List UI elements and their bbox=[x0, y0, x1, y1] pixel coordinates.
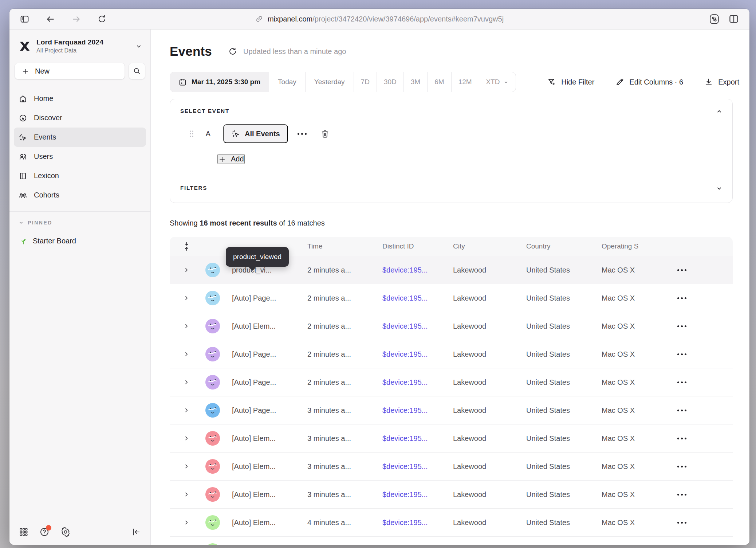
event-time: 4 minutes a... bbox=[298, 518, 373, 527]
row-actions-icon[interactable] bbox=[660, 466, 704, 467]
settings-gear-icon[interactable] bbox=[60, 527, 71, 537]
apps-grid-icon[interactable] bbox=[19, 527, 28, 537]
trash-icon[interactable] bbox=[320, 129, 330, 138]
sidebar-item-home[interactable]: Home bbox=[14, 89, 146, 108]
edit-columns-button[interactable]: Edit Columns · 6 bbox=[615, 78, 683, 86]
chevron-up-icon[interactable] bbox=[716, 108, 723, 115]
table-row[interactable]: [Auto] Page... 2 minutes a... $device:19… bbox=[170, 340, 733, 368]
collapse-rows-icon[interactable] bbox=[176, 242, 197, 251]
chevron-down-icon[interactable] bbox=[716, 185, 723, 192]
page-settings-icon[interactable] bbox=[708, 13, 720, 25]
row-actions-icon[interactable] bbox=[660, 269, 704, 271]
row-actions-icon[interactable] bbox=[660, 381, 704, 383]
row-actions-icon[interactable] bbox=[660, 522, 704, 524]
reload-icon[interactable] bbox=[97, 14, 107, 24]
distinct-id-link[interactable]: $device:195... bbox=[373, 462, 444, 471]
expand-row-icon[interactable] bbox=[176, 435, 197, 441]
event-os: Mac OS X bbox=[592, 322, 660, 330]
table-row[interactable]: [Auto] Elem... 2 minutes a... $device:19… bbox=[170, 312, 733, 340]
table-row[interactable] bbox=[170, 536, 733, 545]
sidebar-item-cohorts[interactable]: Cohorts bbox=[14, 185, 146, 205]
hide-filter-button[interactable]: Hide Filter bbox=[547, 78, 594, 86]
table-row[interactable]: [Auto] Elem... 4 minutes a... $device:19… bbox=[170, 508, 733, 536]
distinct-id-link[interactable]: $device:195... bbox=[373, 350, 444, 359]
more-options-icon[interactable] bbox=[298, 133, 307, 135]
expand-row-icon[interactable] bbox=[176, 407, 197, 413]
row-actions-icon[interactable] bbox=[660, 297, 704, 299]
table-row[interactable]: [Auto] Page... 3 minutes a... $device:19… bbox=[170, 396, 733, 424]
address-bar[interactable]: mixpanel.com/project/3472420/view/397469… bbox=[255, 9, 504, 29]
add-event-button[interactable]: Add bbox=[217, 154, 245, 164]
range-today[interactable]: Today bbox=[269, 72, 306, 92]
expand-row-icon[interactable] bbox=[176, 295, 197, 301]
project-switcher[interactable]: Lord Farquaad 2024 All Project Data bbox=[9, 30, 150, 60]
notification-dot bbox=[46, 525, 51, 531]
pinned-section-header[interactable]: PINNED bbox=[9, 212, 150, 226]
export-button[interactable]: Export bbox=[704, 78, 739, 86]
table-row[interactable]: [Auto] Page... 2 minutes a... $device:19… bbox=[170, 368, 733, 396]
distinct-id-link[interactable]: $device:195... bbox=[373, 434, 444, 443]
distinct-id-link[interactable]: $device:195... bbox=[373, 518, 444, 527]
range-yesterday[interactable]: Yesterday bbox=[306, 72, 354, 92]
sidebar-item-events[interactable]: Events bbox=[14, 128, 146, 147]
drag-handle-icon[interactable] bbox=[189, 130, 194, 138]
sidebar-toggle-icon[interactable] bbox=[20, 14, 29, 24]
expand-row-icon[interactable] bbox=[176, 379, 197, 385]
range-7d[interactable]: 7D bbox=[354, 72, 377, 92]
distinct-id-link[interactable]: $device:195... bbox=[373, 266, 444, 274]
distinct-id-link[interactable]: $device:195... bbox=[373, 322, 444, 330]
row-actions-icon[interactable] bbox=[660, 410, 704, 411]
filters-section: FILTERS bbox=[170, 175, 732, 203]
range-12m[interactable]: 12M bbox=[452, 72, 479, 92]
column-header-city[interactable]: City bbox=[444, 242, 517, 250]
range-xtd[interactable]: XTD bbox=[479, 72, 516, 92]
new-button[interactable]: New bbox=[15, 63, 125, 79]
mixpanel-logo-icon bbox=[18, 40, 31, 53]
expand-row-icon[interactable] bbox=[176, 520, 197, 525]
collapse-sidebar-icon[interactable] bbox=[131, 527, 141, 537]
event-country: United States bbox=[517, 322, 592, 330]
event-selector-chip[interactable]: All Events bbox=[223, 124, 288, 143]
column-header-country[interactable]: Country bbox=[517, 242, 592, 250]
column-header-time[interactable]: Time bbox=[298, 242, 373, 250]
sidebar-item-users[interactable]: Users bbox=[14, 147, 146, 166]
distinct-id-link[interactable]: $device:195... bbox=[373, 490, 444, 499]
row-actions-icon[interactable] bbox=[660, 353, 704, 355]
event-time: 2 minutes a... bbox=[298, 322, 373, 330]
range-3m[interactable]: 3M bbox=[404, 72, 428, 92]
range-30d[interactable]: 30D bbox=[377, 72, 404, 92]
expand-row-icon[interactable] bbox=[176, 351, 197, 357]
expand-row-icon[interactable] bbox=[176, 492, 197, 497]
column-header-distinct-id[interactable]: Distinct ID bbox=[373, 242, 444, 250]
event-country: United States bbox=[517, 490, 592, 499]
sidebar-item-discover[interactable]: Discover bbox=[14, 108, 146, 128]
table-row[interactable]: [Auto] Elem... 3 minutes a... $device:19… bbox=[170, 424, 733, 452]
split-view-icon[interactable] bbox=[728, 13, 739, 24]
row-actions-icon[interactable] bbox=[660, 325, 704, 327]
refresh-icon[interactable] bbox=[228, 47, 237, 56]
events-table-wrap: Time Distinct ID City Country Operating … bbox=[170, 237, 733, 545]
expand-row-icon[interactable] bbox=[176, 267, 197, 273]
distinct-id-link[interactable]: $device:195... bbox=[373, 406, 444, 415]
table-row[interactable]: [Auto] Elem... 3 minutes a... $device:19… bbox=[170, 452, 733, 480]
forward-icon[interactable] bbox=[71, 14, 81, 24]
custom-date-segment[interactable]: Mar 11, 2025 3:30 pm bbox=[170, 72, 269, 92]
search-button[interactable] bbox=[129, 63, 145, 79]
sidebar-item-lexicon[interactable]: Lexicon bbox=[14, 166, 146, 185]
column-header-os[interactable]: Operating S bbox=[592, 242, 660, 250]
distinct-id-link[interactable]: $device:195... bbox=[373, 378, 444, 387]
event-os: Mac OS X bbox=[592, 266, 660, 274]
table-body: product_vi... 2 minutes a... $device:195… bbox=[170, 256, 733, 545]
table-row[interactable]: [Auto] Elem... 3 minutes a... $device:19… bbox=[170, 480, 733, 508]
expand-row-icon[interactable] bbox=[176, 323, 197, 329]
expand-row-icon[interactable] bbox=[176, 463, 197, 469]
row-actions-icon[interactable] bbox=[660, 494, 704, 496]
back-icon[interactable] bbox=[46, 14, 55, 24]
event-time: 3 minutes a... bbox=[298, 490, 373, 499]
distinct-id-link[interactable]: $device:195... bbox=[373, 294, 444, 302]
pinned-label: PINNED bbox=[28, 220, 52, 226]
table-row[interactable]: [Auto] Page... 2 minutes a... $device:19… bbox=[170, 284, 733, 312]
row-actions-icon[interactable] bbox=[660, 438, 704, 439]
sidebar-item-starter-board[interactable]: Starter Board bbox=[9, 226, 150, 245]
range-6m[interactable]: 6M bbox=[428, 72, 451, 92]
